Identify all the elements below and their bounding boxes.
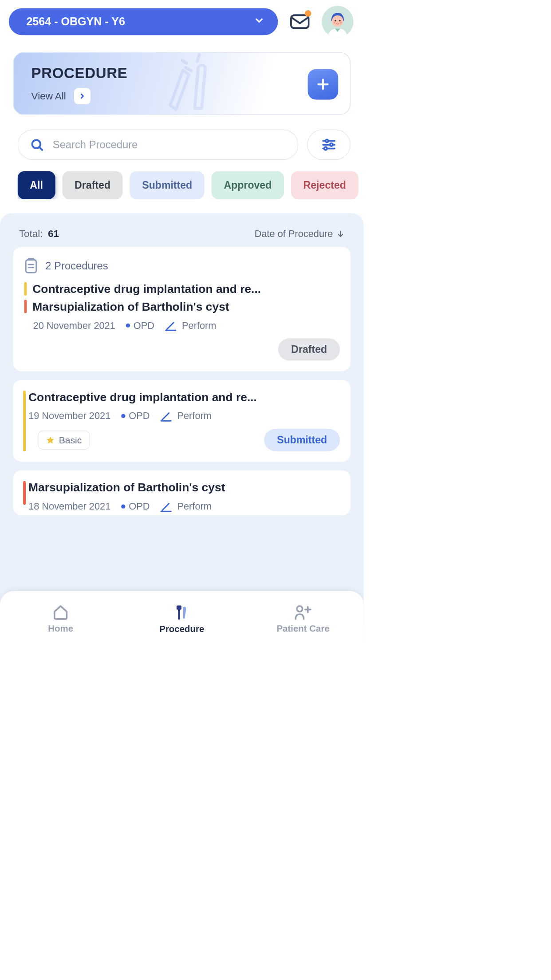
- svg-line-10: [39, 147, 42, 150]
- view-all-button[interactable]: [74, 88, 91, 104]
- svg-point-2: [332, 16, 343, 27]
- svg-point-14: [330, 143, 333, 146]
- svg-marker-21: [47, 436, 54, 444]
- filter-chip-submitted[interactable]: Submitted: [130, 171, 205, 199]
- procedure-count: 2 Procedures: [45, 260, 108, 272]
- avatar-icon: [322, 6, 353, 37]
- level-badge: Basic: [38, 431, 90, 450]
- color-bar-icon: [24, 300, 27, 313]
- nav-home-label: Home: [48, 623, 73, 634]
- scalpel-icon: [160, 501, 172, 512]
- arrow-down-icon: [336, 229, 344, 237]
- dot-icon: [121, 414, 125, 418]
- color-bar-icon: [24, 282, 27, 296]
- sort-button[interactable]: Date of Procedure: [255, 228, 345, 239]
- nav-home[interactable]: Home: [0, 604, 121, 634]
- dot-icon: [126, 324, 130, 328]
- svg-point-4: [339, 20, 341, 22]
- procedure-role: Perform: [165, 320, 216, 331]
- dot-icon: [121, 505, 125, 509]
- program-selector-label: 2564 - OBGYN - Y6: [26, 16, 125, 28]
- procedure-card[interactable]: 2 Procedures Contraceptive drug implanta…: [13, 247, 350, 371]
- nav-procedure-label: Procedure: [159, 624, 204, 634]
- procedure-list-panel: Total: 61 Date of Procedure 2 Procedures…: [0, 213, 364, 623]
- notification-dot-icon: [305, 10, 311, 17]
- procedure-date: 19 November 2021: [28, 411, 110, 422]
- filter-button[interactable]: [307, 130, 350, 160]
- filter-chip-rejected[interactable]: Rejected: [291, 171, 358, 199]
- procedure-title: Contraceptive drug implantation and re..…: [28, 391, 257, 404]
- total-label: Total: 61: [19, 228, 59, 239]
- star-icon: [46, 435, 55, 444]
- procedure-title: Marsupialization of Bartholin's cyst: [28, 481, 225, 494]
- procedure-location: OPD: [121, 411, 150, 422]
- procedure-title: Contraceptive drug implantation and re..…: [32, 282, 261, 296]
- sliders-icon: [321, 137, 336, 152]
- medical-tools-icon: [153, 52, 211, 115]
- home-icon: [52, 604, 69, 620]
- procedure-title: Marsupialization of Bartholin's cyst: [32, 300, 229, 313]
- svg-point-6: [340, 22, 342, 24]
- procedure-icon: [173, 604, 190, 620]
- procedure-banner: PROCEDURE View All: [13, 52, 350, 115]
- plus-icon: [316, 77, 330, 91]
- search-box[interactable]: [18, 130, 299, 160]
- filter-chip-all[interactable]: All: [18, 171, 55, 199]
- procedure-role: Perform: [160, 501, 212, 512]
- svg-rect-0: [291, 15, 309, 28]
- nav-procedure[interactable]: Procedure: [122, 604, 242, 634]
- svg-point-12: [326, 139, 328, 142]
- add-procedure-button[interactable]: [308, 69, 338, 100]
- scalpel-icon: [165, 320, 177, 331]
- total-count: 61: [48, 228, 59, 239]
- color-bar-icon: [23, 481, 26, 505]
- svg-rect-18: [26, 260, 36, 273]
- filter-chip-drafted[interactable]: Drafted: [62, 171, 122, 199]
- view-all-label: View All: [31, 91, 66, 102]
- program-selector-dropdown[interactable]: 2564 - OBGYN - Y6: [9, 8, 278, 35]
- color-bar-icon: [23, 391, 26, 451]
- search-icon: [30, 138, 44, 152]
- chevron-down-icon: [254, 15, 265, 28]
- clipboard-icon: [24, 257, 38, 274]
- procedure-role: Perform: [160, 410, 212, 422]
- status-badge: Submitted: [264, 429, 340, 451]
- procedure-location: OPD: [121, 501, 150, 512]
- patient-care-icon: [294, 604, 312, 620]
- svg-point-22: [297, 606, 302, 612]
- sort-label: Date of Procedure: [255, 228, 333, 239]
- svg-point-16: [324, 147, 327, 150]
- procedure-card[interactable]: Marsupialization of Bartholin's cyst 18 …: [13, 470, 350, 515]
- mail-button[interactable]: [290, 12, 310, 32]
- procedure-date: 18 November 2021: [28, 501, 110, 512]
- svg-point-5: [334, 22, 335, 24]
- chevron-right-icon: [79, 92, 86, 100]
- bottom-navigation: Home Procedure Patient Care: [0, 591, 364, 647]
- procedure-date: 20 November 2021: [33, 320, 115, 331]
- search-input[interactable]: [53, 138, 286, 151]
- status-filter-row: All Drafted Submitted Approved Rejected: [18, 171, 364, 199]
- scalpel-icon: [160, 410, 172, 422]
- banner-title: PROCEDURE: [31, 64, 128, 81]
- filter-chip-approved[interactable]: Approved: [212, 171, 284, 199]
- nav-patient-care-label: Patient Care: [276, 623, 329, 634]
- svg-point-3: [335, 20, 336, 22]
- procedure-location: OPD: [126, 320, 154, 331]
- procedure-card[interactable]: Contraceptive drug implantation and re..…: [13, 380, 350, 462]
- nav-patient-care[interactable]: Patient Care: [243, 604, 363, 634]
- profile-avatar[interactable]: [322, 6, 353, 37]
- status-badge: Drafted: [278, 338, 340, 360]
